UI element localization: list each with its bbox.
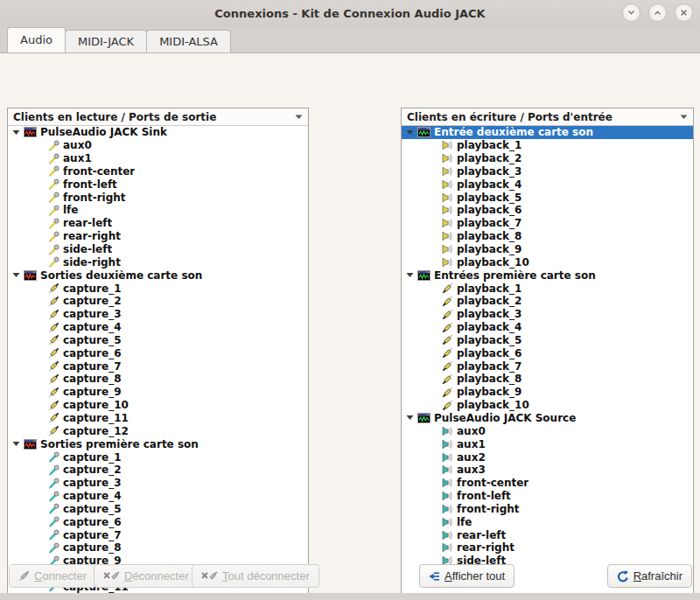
client-row[interactable]: Entrées première carte son bbox=[402, 269, 693, 282]
port-row[interactable]: capture_2 bbox=[8, 295, 308, 308]
client-row[interactable]: Entrée deuxième carte son bbox=[402, 126, 693, 139]
client-row[interactable]: PulseAudio JACK Source bbox=[402, 412, 693, 425]
port-row[interactable]: capture_5 bbox=[8, 334, 308, 347]
port-row[interactable]: playback_4 bbox=[402, 321, 693, 334]
port-row[interactable]: aux2 bbox=[402, 450, 693, 464]
port-row[interactable]: aux0 bbox=[8, 139, 308, 152]
port-row[interactable]: rear-right bbox=[402, 541, 693, 555]
expander-icon[interactable] bbox=[12, 441, 24, 447]
input-panel-header[interactable]: Clients en écriture / Ports d'entrée bbox=[402, 108, 693, 126]
client-row[interactable]: PulseAudio JACK Sink bbox=[8, 126, 308, 139]
port-row[interactable]: playback_3 bbox=[402, 308, 693, 321]
port-row[interactable]: playback_8 bbox=[402, 230, 693, 243]
port-row[interactable]: front-left bbox=[8, 178, 308, 191]
port-row[interactable]: playback_4 bbox=[402, 178, 693, 191]
port-row[interactable]: playback_3 bbox=[402, 165, 693, 178]
port-row[interactable]: capture_7 bbox=[8, 528, 308, 541]
port-name: playback_7 bbox=[457, 360, 522, 373]
maximize-button[interactable] bbox=[648, 3, 667, 22]
port-row[interactable]: capture_4 bbox=[8, 321, 308, 334]
port-row[interactable]: playback_2 bbox=[402, 152, 693, 165]
expander-icon[interactable] bbox=[12, 129, 24, 136]
expander-icon[interactable] bbox=[406, 272, 417, 278]
titlebar[interactable]: Connexions - Kit de Connexion Audio JACK bbox=[0, 0, 700, 26]
client-name: Sorties deuxième carte son bbox=[40, 269, 202, 282]
client-row[interactable]: Sorties deuxième carte son bbox=[8, 269, 308, 282]
port-name: capture_1 bbox=[63, 283, 122, 295]
port-row[interactable]: playback_2 bbox=[402, 295, 693, 308]
port-row[interactable]: playback_1 bbox=[402, 282, 693, 295]
mic-yellow-icon bbox=[48, 231, 63, 242]
port-row[interactable]: front-center bbox=[8, 165, 308, 178]
expander-icon[interactable] bbox=[406, 129, 417, 136]
port-name: playback_10 bbox=[457, 399, 529, 411]
tab-midi-alsa[interactable]: MIDI-ALSA bbox=[146, 30, 231, 52]
port-row[interactable]: rear-left bbox=[402, 528, 693, 541]
close-button[interactable] bbox=[675, 3, 693, 22]
speaker-teal-icon bbox=[442, 491, 457, 501]
port-row[interactable]: side-right bbox=[8, 255, 308, 269]
port-row[interactable]: capture_4 bbox=[8, 490, 308, 503]
port-row[interactable]: rear-left bbox=[8, 217, 308, 230]
disconnect-all-button[interactable]: Tout déconnecter bbox=[192, 564, 319, 588]
port-row[interactable]: playback_7 bbox=[402, 359, 693, 373]
port-row[interactable]: front-left bbox=[402, 490, 693, 503]
port-row[interactable]: capture_5 bbox=[8, 502, 308, 515]
tab-audio[interactable]: Audio bbox=[7, 27, 66, 52]
plug-yellow-icon bbox=[48, 412, 63, 423]
port-row[interactable]: playback_5 bbox=[402, 334, 693, 347]
port-row[interactable]: aux3 bbox=[402, 464, 693, 477]
port-row[interactable]: playback_8 bbox=[402, 373, 693, 386]
mic-yellow-icon bbox=[48, 140, 63, 151]
expand-all-button[interactable]: Afficher tout bbox=[419, 564, 514, 588]
client-icon bbox=[417, 127, 434, 137]
port-row[interactable]: capture_8 bbox=[8, 373, 308, 386]
port-row[interactable]: front-center bbox=[402, 477, 693, 490]
port-row[interactable]: playback_6 bbox=[402, 346, 693, 359]
port-row[interactable]: capture_1 bbox=[8, 450, 308, 464]
port-row[interactable]: playback_10 bbox=[402, 399, 693, 412]
port-row[interactable]: playback_7 bbox=[402, 217, 693, 230]
port-row[interactable]: aux0 bbox=[402, 424, 693, 437]
port-row[interactable]: playback_10 bbox=[402, 255, 693, 269]
shade-button[interactable] bbox=[622, 3, 640, 22]
speaker-teal-icon bbox=[442, 439, 457, 450]
refresh-button[interactable]: Rafraîchir bbox=[607, 564, 692, 588]
port-row[interactable]: capture_8 bbox=[8, 541, 308, 555]
port-row[interactable]: capture_12 bbox=[8, 424, 308, 437]
port-row[interactable]: capture_7 bbox=[8, 359, 308, 373]
client-icon bbox=[24, 127, 40, 137]
port-row[interactable]: playback_5 bbox=[402, 191, 693, 204]
port-row[interactable]: playback_6 bbox=[402, 204, 693, 217]
port-row[interactable]: playback_1 bbox=[402, 139, 693, 152]
port-row[interactable]: playback_9 bbox=[402, 243, 693, 256]
port-row[interactable]: front-right bbox=[8, 191, 308, 204]
port-row[interactable]: front-right bbox=[402, 502, 693, 515]
port-row[interactable]: capture_1 bbox=[8, 282, 308, 295]
port-row[interactable]: aux1 bbox=[8, 152, 308, 165]
output-panel-header[interactable]: Clients en lecture / Ports de sortie bbox=[8, 108, 308, 126]
expander-icon[interactable] bbox=[12, 272, 24, 278]
port-row[interactable]: rear-right bbox=[8, 230, 308, 243]
port-row[interactable]: playback_9 bbox=[402, 386, 693, 399]
port-row[interactable]: capture_3 bbox=[8, 477, 308, 490]
port-row[interactable]: capture_3 bbox=[8, 308, 308, 321]
disconnect-button[interactable]: Déconnecter bbox=[94, 564, 199, 588]
port-row[interactable]: side-left bbox=[8, 243, 308, 256]
port-row[interactable]: lfe bbox=[402, 515, 693, 528]
tab-midi-jack[interactable]: MIDI-JACK bbox=[65, 30, 147, 52]
connect-button[interactable]: Connecter bbox=[9, 564, 96, 588]
port-row[interactable]: capture_6 bbox=[8, 346, 308, 359]
port-row[interactable]: capture_6 bbox=[8, 515, 308, 528]
client-row[interactable]: Sorties première carte son bbox=[8, 437, 308, 450]
port-row[interactable]: lfe bbox=[8, 204, 308, 217]
port-name: aux3 bbox=[457, 464, 486, 476]
client-icon bbox=[24, 270, 40, 281]
port-row[interactable]: capture_2 bbox=[8, 464, 308, 477]
port-row[interactable]: capture_10 bbox=[8, 399, 308, 412]
expander-icon[interactable] bbox=[406, 415, 417, 421]
port-row[interactable]: aux1 bbox=[402, 437, 693, 450]
port-name: capture_11 bbox=[63, 412, 129, 424]
port-row[interactable]: capture_9 bbox=[8, 386, 308, 399]
port-row[interactable]: capture_11 bbox=[8, 412, 308, 425]
